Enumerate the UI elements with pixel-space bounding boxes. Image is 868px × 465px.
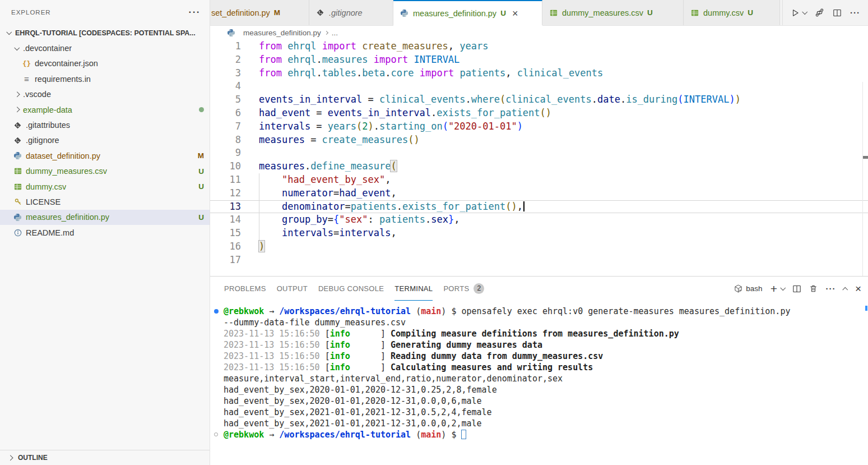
chevron-right-icon [324,31,328,35]
outline-section-header[interactable]: OUTLINE [0,450,210,465]
line-number: 3 [210,67,241,80]
panel-tab-output[interactable]: OUTPUT [277,277,308,301]
line-number: 15 [210,227,241,240]
tree-item-label: .vscode [23,90,51,99]
split-editor-icon[interactable] [833,8,842,17]
bash-icon [734,284,742,293]
explorer-title: EXPLORER [11,9,189,16]
chevron-down-icon[interactable] [803,11,807,15]
open-changes-icon[interactable] [815,8,824,17]
line-number: 8 [210,133,241,147]
git-icon [12,122,23,129]
tree-item-.devcontainer[interactable]: .devcontainer [0,40,210,56]
tree-item-dummy-measures.csv[interactable]: dummy_measures.csvU [0,164,210,179]
code-line-2: 2from ehrql.measures import INTERVAL [210,53,868,67]
code-line-17: 17 [210,254,868,267]
tree-item-readme.md[interactable]: README.md [0,225,210,240]
panel-tab-debug-console[interactable]: DEBUG CONSOLE [318,277,384,301]
run-icon[interactable] [791,8,800,17]
tree-item-label: LICENSE [26,197,61,206]
python-icon [12,151,23,160]
tab-.gitignore[interactable]: .gitignore [309,0,393,25]
command-decoration-filled[interactable] [214,309,219,314]
tree-item-devcontainer.json[interactable]: {}devcontainer.json [0,56,210,71]
terminal-output[interactable]: @rebkwok → /workspaces/ehrql-tutorial (m… [210,301,868,440]
panel-header: PROBLEMSOUTPUTDEBUG CONSOLETERMINALPORTS… [210,277,868,301]
close-icon[interactable]: × [855,283,861,294]
more-icon[interactable]: ··· [825,284,835,293]
code-line-11: 11 "had_event_by_sex", [210,173,868,187]
key-icon [12,198,23,206]
code-line-5: 5events_in_interval = clinical_events.wh… [210,93,868,107]
breadcrumb-file[interactable]: measures_definition.py [243,29,321,37]
tree-item-.vscode[interactable]: .vscode [0,87,210,102]
tree-item-license[interactable]: LICENSE [0,194,210,209]
line-number: 2 [210,53,241,67]
panel-tab-label: PORTS [443,284,469,293]
shell-label: bash [746,284,762,293]
tree-item-dummy.csv[interactable]: dummy.csvU [0,179,210,194]
more-icon[interactable]: ··· [850,8,860,17]
breadcrumb-more[interactable]: ... [332,29,338,37]
terminal-line-7: measure,interval_start,interval_end,rati… [224,373,868,384]
indent-guide [259,200,259,214]
tree-item-.gitignore[interactable]: .gitignore [0,133,210,148]
panel-tab-problems[interactable]: PROBLEMS [224,277,266,301]
table-icon [689,9,700,17]
tab-set-definition.py[interactable]: set_definition.pyM [210,0,309,25]
code-editor[interactable]: 1from ehrql import create_measures, year… [210,40,868,276]
tree-item-dataset-definition.py[interactable]: dataset_definition.pyM [0,148,210,163]
tree-item-measures-definition.py[interactable]: measures_definition.pyU [0,210,210,225]
tab-dummy-measures.csv[interactable]: dummy_measures.csvU [542,0,684,25]
chevron-right-icon [12,108,21,112]
tree-item-ehrql-tutorial-codespaces-potential-spa...[interactable]: EHRQL-TUTORIAL [CODESPACES: POTENTIAL SP… [0,25,210,40]
git-status-badge: U [198,213,204,222]
python-icon [399,9,410,17]
line-number: 7 [210,120,241,133]
tab-dummy.csv[interactable]: dummy.csvU [684,0,780,25]
panel-tab-terminal[interactable]: TERMINAL [394,277,433,301]
terminal-line-5: 2023-11-13 15:16:50 [info ] Reading dumm… [224,351,868,362]
chevron-down-icon[interactable] [781,287,785,291]
outline-label: OUTLINE [18,454,48,462]
panel-tab-label: TERMINAL [394,284,433,293]
json-braces-icon: {} [21,59,32,68]
close-icon[interactable]: × [512,8,518,19]
tree-item-example-data[interactable]: example-data [0,102,210,117]
line-number: 5 [210,93,241,107]
code-line-13: 13 denominator=patients.exists_for_patie… [210,200,868,214]
chevron-up-icon[interactable] [843,287,847,291]
tab-bar: set_definition.pyM.gitignoremeasures_def… [210,0,868,26]
editor-actions: ··· [782,0,868,25]
git-status-badge: U [500,9,506,17]
indent-guide [259,187,259,200]
tab-label: dummy_measures.csv [562,8,643,17]
git-status-badge: U [198,167,204,176]
tree-item-.gitattributes[interactable]: .gitattributes [0,117,210,132]
new-terminal-icon[interactable]: + [770,283,777,294]
tab-label: set_definition.py [211,8,270,17]
table-icon [12,167,23,175]
scrollbar-mark[interactable] [863,156,868,159]
list-icon: ≡ [21,74,32,84]
terminal-shell-selector[interactable]: bash [734,284,762,293]
info-icon [12,229,23,237]
git-status-badge: U [198,182,204,191]
tab-measures-definition.py[interactable]: measures_definition.pyU× [393,0,542,25]
command-decoration-hollow[interactable] [214,432,218,436]
code-lines: 1from ehrql import create_measures, year… [210,40,868,267]
code-line-12: 12 numerator=had_event, [210,187,868,200]
panel-actions: bash +···× [734,283,861,294]
panel-tab-ports[interactable]: PORTS2 [443,277,484,301]
tree-item-label: devcontainer.json [35,59,98,68]
tree-item-requirements.in[interactable]: ≡requirements.in [0,71,210,86]
explorer-more-icon[interactable]: ··· [189,7,201,18]
tabs: set_definition.pyM.gitignoremeasures_def… [210,0,780,25]
code-line-1: 1from ehrql import create_measures, year… [210,40,868,53]
code-line-8: 8measures = create_measures() [210,133,868,147]
line-number: 12 [210,187,241,200]
trash-icon[interactable] [809,284,818,293]
split-terminal-icon[interactable] [792,284,801,293]
breadcrumb[interactable]: measures_definition.py ... [210,26,868,40]
tree-item-label: .gitignore [26,136,59,145]
